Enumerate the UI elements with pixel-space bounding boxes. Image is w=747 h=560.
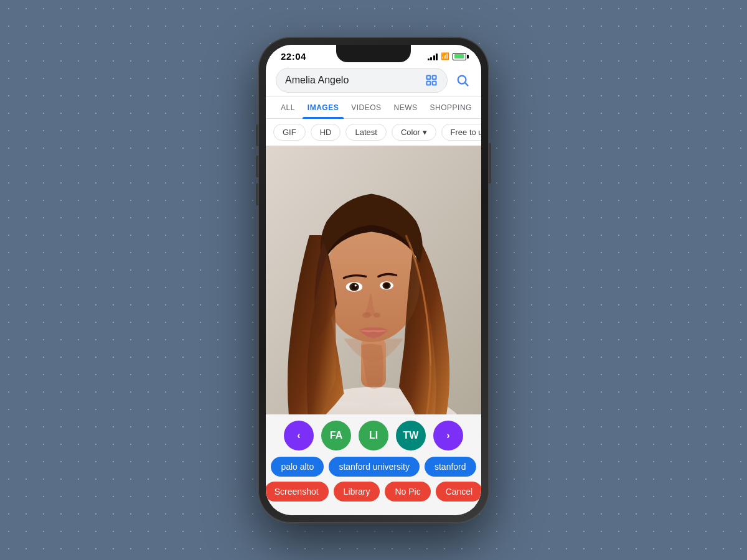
phone-shell: 22:04 📶 Amelia Angelo [258,37,489,523]
nav-tabs: ALL IMAGES VIDEOS NEWS SHOPPING [266,97,481,119]
svg-point-14 [355,284,357,286]
filter-gif[interactable]: GIF [273,124,306,141]
phone-screen: 22:04 📶 Amelia Angelo [266,45,481,515]
no-pic-button[interactable]: No Pic [385,482,430,502]
fa-label: FA [330,430,342,441]
tab-all[interactable]: ALL [276,97,300,118]
svg-rect-2 [427,82,431,85]
tab-news[interactable]: NEWS [389,97,423,118]
tag-palo-alto-label: palo alto [281,462,314,472]
library-label: Library [344,487,370,497]
notch [336,45,411,62]
filter-latest[interactable]: Latest [345,124,386,141]
next-button[interactable]: › [433,421,463,450]
signal-icon [428,53,438,60]
action-chip-row: Screenshot Library No Pic Cancel [273,482,474,502]
cancel-label: Cancel [446,487,473,497]
li-label: LI [369,430,378,441]
svg-point-17 [384,283,389,288]
next-chevron-icon: › [446,430,449,441]
screenshot-label: Screenshot [275,487,319,497]
search-icon[interactable] [454,72,471,89]
tag-palo-alto[interactable]: palo alto [271,457,324,477]
cancel-button[interactable]: Cancel [436,482,481,502]
search-input-area[interactable]: Amelia Angelo [276,68,448,93]
fa-button[interactable]: FA [321,421,351,450]
svg-point-4 [458,76,466,84]
svg-rect-3 [433,82,436,85]
tag-stanford-university-label: stanford university [339,462,410,472]
status-bar: 22:04 📶 [266,45,481,64]
screenshot-button[interactable]: Screenshot [266,482,329,502]
wifi-icon: 📶 [441,52,449,60]
image-area [266,146,481,414]
tag-stanford-university[interactable]: stanford university [329,457,420,477]
li-button[interactable]: LI [359,421,388,450]
tab-shopping[interactable]: SHOPPING [425,97,477,118]
filter-row: GIF HD Latest Color ▾ Free to us [266,119,481,146]
search-query: Amelia Angelo [285,75,425,86]
tag-stanford[interactable]: stanford [425,457,476,477]
svg-rect-0 [427,76,431,80]
tw-label: TW [403,430,419,441]
tag-stanford-label: stanford [435,462,466,472]
tab-images[interactable]: IMAGES [303,97,344,118]
tag-chip-row: palo alto stanford university stanford [273,457,474,477]
prev-chevron-icon: ‹ [297,430,300,441]
no-pic-label: No Pic [395,487,420,497]
lens-icon[interactable] [425,73,438,87]
bottom-area: ‹ FA LI TW › palo alto [266,414,481,515]
tab-videos[interactable]: VIDEOS [346,97,386,118]
icon-row: ‹ FA LI TW › [273,421,474,450]
search-bar: Amelia Angelo [266,64,481,97]
battery-icon [453,53,466,60]
filter-hd[interactable]: HD [311,124,341,141]
svg-point-19 [374,313,380,318]
filter-free[interactable]: Free to us [441,124,481,141]
library-button[interactable]: Library [334,482,380,502]
status-icons: 📶 [428,52,467,60]
prev-button[interactable]: ‹ [284,421,314,450]
status-time: 22:04 [281,51,306,62]
svg-rect-1 [433,76,436,80]
svg-point-18 [362,312,370,318]
filter-color[interactable]: Color ▾ [392,124,436,141]
tw-button[interactable]: TW [396,421,426,450]
svg-line-5 [465,83,468,86]
